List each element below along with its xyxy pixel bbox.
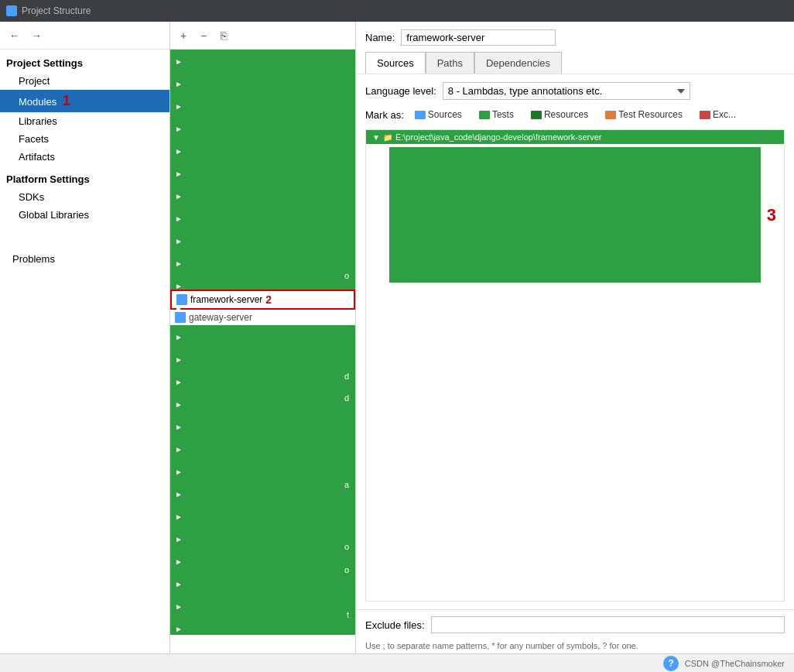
excluded-folder-icon: [700, 111, 710, 119]
sources-tree-empty: [366, 286, 784, 441]
language-level-select[interactable]: 8 - Lambdas, type annotations etc.: [443, 82, 690, 100]
mark-sources-label: Sources: [428, 109, 462, 120]
sidebar-item-libraries[interactable]: Libraries: [0, 112, 169, 130]
module-tree-content: ► ► ► ► ► ► ► ► ► ► ► ► ► ► o: [170, 50, 355, 635]
tree-item-gateway-label: gateway-server: [189, 312, 252, 323]
tree-green-block-bottom: ► ► ► ► ► ► ► ► ► ► ► ► ► ► ► ► ►: [170, 325, 355, 635]
framework-server-badge: 2: [265, 293, 272, 306]
mark-tests-label: Tests: [492, 109, 514, 120]
mark-test-resources-button[interactable]: Test Resources: [599, 108, 689, 122]
tests-folder-icon: [479, 111, 490, 119]
app-icon: [6, 5, 17, 16]
tree-item-gateway-server[interactable]: gateway-server: [170, 310, 355, 325]
sources-tree-green-block: 3: [389, 147, 761, 283]
sources-folder-icon: [415, 111, 426, 119]
bottom-credit: CSDN @TheChainsmoker: [685, 659, 785, 668]
sources-tree: ▼ 📁 E:\project\java_code\django-develop\…: [365, 129, 785, 602]
sidebar-item-artifacts[interactable]: Artifacts: [0, 148, 169, 166]
test-resources-folder-icon: [605, 111, 616, 119]
name-input[interactable]: [401, 29, 556, 46]
bottom-bar: ? CSDN @TheChainsmoker: [0, 653, 794, 672]
tree-item-framework-server[interactable]: framework-server 2: [170, 290, 355, 310]
sidebar: ← → Project Settings Project Modules 1 L…: [0, 22, 170, 653]
sidebar-item-project[interactable]: Project: [0, 72, 169, 90]
tab-dependencies[interactable]: Dependencies: [474, 52, 562, 74]
remove-module-button[interactable]: −: [195, 27, 212, 44]
help-button[interactable]: ?: [663, 656, 679, 671]
mark-resources-label: Resources: [544, 109, 588, 120]
exclude-files-label: Exclude files:: [365, 619, 425, 631]
mark-sources-button[interactable]: Sources: [409, 108, 468, 122]
sidebar-item-modules[interactable]: Modules 1: [0, 90, 169, 112]
tree-green-block-top: ► ► ► ► ► ► ► ► ► ► ► ► ► ► o: [170, 50, 355, 290]
mark-as-row: Mark as: Sources Tests Resources Test Re…: [365, 108, 785, 122]
sources-tree-path-row[interactable]: ▼ 📁 E:\project\java_code\django-develop\…: [366, 130, 784, 144]
mark-excluded-label: Exc...: [713, 109, 736, 120]
sources-path-text: E:\project\java_code\django-develop\fram…: [395, 132, 602, 142]
modules-badge: 1: [63, 93, 70, 109]
project-settings-label: Project Settings: [0, 50, 169, 72]
main-content: ← → Project Settings Project Modules 1 L…: [0, 22, 794, 653]
forward-button[interactable]: →: [28, 27, 45, 44]
mark-test-resources-label: Test Resources: [618, 109, 683, 120]
name-label: Name:: [365, 32, 395, 43]
exclude-files-input[interactable]: [431, 616, 785, 633]
sidebar-item-sdks[interactable]: SDKs: [0, 188, 169, 206]
add-module-button[interactable]: +: [175, 27, 192, 44]
mark-excluded-button[interactable]: Exc...: [693, 108, 742, 122]
platform-settings-label: Platform Settings: [0, 166, 169, 188]
name-row: Name:: [365, 29, 785, 46]
hint-text: Use ; to separate name patterns, * for a…: [356, 639, 794, 653]
detail-body: Language level: 8 - Lambdas, type annota…: [356, 74, 794, 609]
detail-header: Name: Sources Paths Dependencies: [356, 22, 794, 74]
back-button[interactable]: ←: [6, 27, 23, 44]
tab-paths[interactable]: Paths: [426, 52, 474, 74]
detail-area: Name: Sources Paths Dependencies Languag…: [356, 22, 794, 653]
exclude-files-row: Exclude files:: [356, 609, 794, 639]
sidebar-toolbar: ← →: [0, 22, 169, 50]
resources-folder-icon: [531, 111, 542, 119]
title-bar: Project Structure: [0, 0, 794, 22]
tree-item-label: framework-server: [190, 294, 262, 305]
mark-tests-button[interactable]: Tests: [473, 108, 520, 122]
tabs-row: Sources Paths Dependencies: [365, 52, 785, 74]
sidebar-item-facets[interactable]: Facets: [0, 130, 169, 148]
mark-resources-button[interactable]: Resources: [525, 108, 594, 122]
mark-as-label: Mark as:: [365, 109, 404, 121]
sidebar-item-global-libraries[interactable]: Global Libraries: [0, 206, 169, 224]
module-tree: + − ⎘ ► ► ► ► ► ► ► ► ► ► ►: [170, 22, 356, 653]
module-toolbar: + − ⎘: [170, 22, 355, 50]
title-bar-text: Project Structure: [22, 5, 91, 16]
sidebar-item-problems[interactable]: Problems: [6, 250, 163, 268]
language-level-label: Language level:: [365, 85, 436, 97]
green-block-badge: 3: [767, 205, 776, 225]
tab-sources[interactable]: Sources: [365, 52, 426, 74]
language-level-row: Language level: 8 - Lambdas, type annota…: [365, 82, 785, 100]
copy-module-button[interactable]: ⎘: [215, 27, 232, 44]
